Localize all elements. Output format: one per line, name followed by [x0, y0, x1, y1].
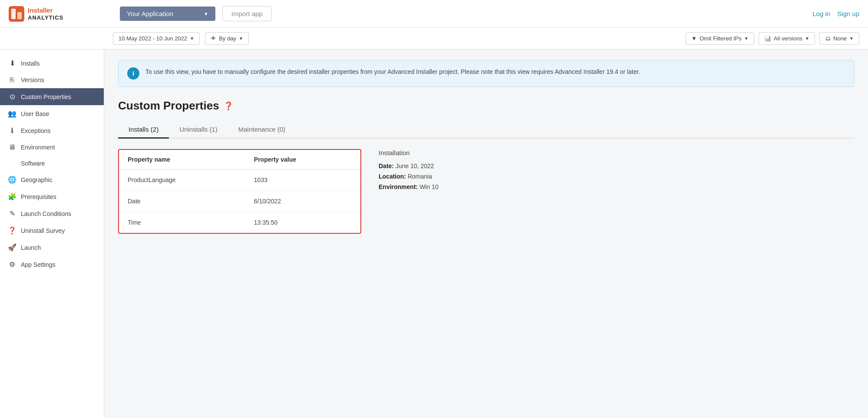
property-value-cell: 13:35:50: [245, 212, 360, 233]
chevron-down-icon: ▼: [204, 11, 208, 17]
property-name-cell: ProductLanguage: [119, 169, 245, 191]
svg-rect-0: [9, 6, 24, 22]
tab-installs[interactable]: Installs (2): [118, 121, 169, 139]
info-icon: i: [127, 67, 139, 80]
installation-title: Installation: [379, 149, 465, 156]
sidebar-item-uninstall-survey[interactable]: ❓Uninstall Survey: [0, 222, 104, 239]
app-settings-icon: ⚙: [8, 260, 17, 269]
help-icon[interactable]: ❓: [224, 101, 233, 111]
omit-ips-button[interactable]: ▼ Omit Filtered IPs ▼: [686, 32, 754, 45]
nav-auth-links: Log in Sign up: [812, 10, 859, 17]
exceptions-icon: ℹ: [8, 126, 17, 135]
right-filters: ▼ Omit Filtered IPs ▼ 📊 All versions ▼ 🗂…: [686, 32, 859, 45]
user-base-icon: 👥: [8, 109, 17, 118]
import-app-button[interactable]: Import app: [222, 6, 272, 21]
tab-maintenance[interactable]: Maintenance (0): [228, 121, 296, 139]
signup-link[interactable]: Sign up: [837, 10, 859, 17]
chevron-down-icon: ▼: [190, 36, 194, 41]
table-row: Date 6/10/2022: [119, 191, 360, 212]
versions-icon: ⎘: [8, 76, 17, 84]
uninstall-survey-icon: ❓: [8, 226, 17, 235]
sidebar-item-launch[interactable]: 🚀Launch: [0, 239, 104, 256]
custom-properties-icon: ⊙: [8, 93, 17, 101]
table-row: ProductLanguage 1033: [119, 169, 360, 191]
installs-icon: ⬇: [8, 59, 17, 67]
logo-icon: [9, 6, 24, 22]
property-value-cell: 1033: [245, 169, 360, 191]
eye-icon[interactable]: 👁 By day ▼: [205, 32, 249, 45]
properties-table: Property name Property value ProductLang…: [119, 150, 360, 233]
installation-environment-row: Environment: Win 10: [379, 183, 465, 190]
login-link[interactable]: Log in: [812, 10, 830, 17]
tab-uninstalls[interactable]: Uninstalls (1): [169, 121, 228, 139]
date-range-button[interactable]: 10 May 2022 - 10 Jun 2022 ▼: [113, 32, 200, 45]
page-title: Custom Properties ❓: [118, 99, 854, 113]
sidebar-item-user-base[interactable]: 👥User Base: [0, 105, 104, 122]
installation-date-row: Date: June 10, 2022: [379, 163, 465, 169]
layout: ⬇Installs⎘Versions⊙Custom Properties👥Use…: [0, 50, 868, 418]
sidebar-item-app-settings[interactable]: ⚙App Settings: [0, 256, 104, 273]
svg-rect-2: [17, 12, 22, 19]
info-banner: i To use this view, you have to manually…: [118, 60, 854, 87]
sidebar-item-software[interactable]: Software: [0, 156, 104, 171]
chevron-down-icon: ▼: [805, 36, 809, 41]
versions-button[interactable]: 📊 All versions ▼: [759, 32, 815, 45]
sidebar-item-versions[interactable]: ⎘Versions: [0, 72, 104, 88]
tabs-bar: Installs (2)Uninstalls (1)Maintenance (0…: [118, 121, 854, 139]
chevron-down-icon: ▼: [239, 36, 243, 41]
sidebar-item-custom-properties[interactable]: ⊙Custom Properties: [0, 88, 104, 105]
none-button[interactable]: 🗂 None ▼: [819, 32, 859, 45]
col-property-value-header: Property value: [245, 150, 360, 169]
sidebar-item-launch-conditions[interactable]: ✎Launch Conditions: [0, 205, 104, 222]
installation-location-row: Location: Romania: [379, 173, 465, 180]
property-name-cell: Date: [119, 191, 245, 212]
sidebar-item-geographic[interactable]: 🌐Geographic: [0, 171, 104, 188]
geographic-icon: 🌐: [8, 176, 17, 184]
logo-text: Installer ANALYTICS: [28, 7, 63, 21]
sidebar-item-prerequisites[interactable]: 🧩Prerequisites: [0, 188, 104, 205]
property-name-cell: Time: [119, 212, 245, 233]
installation-panel: Installation Date: June 10, 2022 Locatio…: [379, 149, 465, 194]
logo: Installer ANALYTICS: [9, 6, 113, 22]
app-selector-button[interactable]: Your Application ▼: [120, 7, 215, 21]
chevron-down-icon: ▼: [849, 36, 854, 41]
filter-bar: 10 May 2022 - 10 Jun 2022 ▼ 👁 By day ▼ ▼…: [0, 28, 868, 50]
property-value-cell: 6/10/2022: [245, 191, 360, 212]
sidebar-item-environment[interactable]: 🖥Environment: [0, 139, 104, 156]
launch-icon: 🚀: [8, 243, 17, 252]
environment-icon: 🖥: [8, 143, 17, 151]
main-content: i To use this view, you have to manually…: [104, 50, 868, 418]
launch-conditions-icon: ✎: [8, 209, 17, 218]
svg-rect-1: [11, 9, 16, 19]
info-banner-text: To use this view, you have to manually c…: [145, 67, 640, 76]
sidebar: ⬇Installs⎘Versions⊙Custom Properties👥Use…: [0, 50, 104, 418]
sidebar-item-installs[interactable]: ⬇Installs: [0, 55, 104, 72]
prerequisites-icon: 🧩: [8, 192, 17, 201]
sidebar-item-exceptions[interactable]: ℹExceptions: [0, 122, 104, 139]
top-nav: Installer ANALYTICS Your Application ▼ I…: [0, 0, 868, 28]
chevron-down-icon: ▼: [744, 36, 749, 41]
table-row: Time 13:35:50: [119, 212, 360, 233]
col-property-name-header: Property name: [119, 150, 245, 169]
properties-table-wrapper: Property name Property value ProductLang…: [118, 149, 361, 234]
content-area: Property name Property value ProductLang…: [118, 149, 854, 234]
